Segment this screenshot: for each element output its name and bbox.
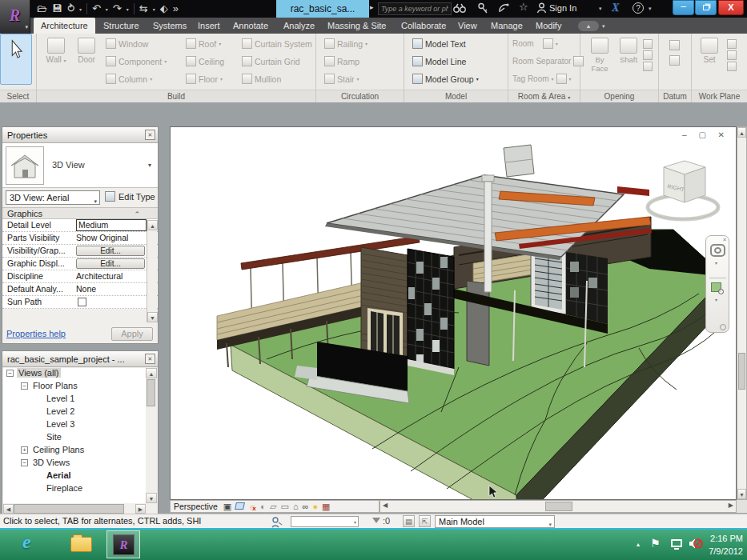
aligned-dimension-icon[interactable]: ⇆ xyxy=(139,2,148,15)
crop-region-icon[interactable]: ▭ xyxy=(280,502,288,512)
tree-item-level-1[interactable]: Level 1 xyxy=(3,394,146,406)
project-browser-close-icon[interactable]: ✕ xyxy=(145,354,155,364)
scroll-down-icon[interactable]: ▼ xyxy=(147,312,158,322)
scroll-right-icon[interactable]: ▶ xyxy=(729,502,733,509)
property-row[interactable]: Visibility/Grap...Edit... xyxy=(2,245,158,258)
editable-only-icon[interactable]: ▤ xyxy=(403,515,415,527)
wall-opening-icon[interactable] xyxy=(643,39,653,49)
minimize-button[interactable]: – xyxy=(673,0,694,15)
filter-icon[interactable] xyxy=(372,518,380,523)
by-face-button[interactable]: By Face xyxy=(587,38,612,73)
type-preview[interactable]: 3D View ▾ xyxy=(2,143,158,188)
property-row[interactable]: Detail LevelMedium xyxy=(2,219,158,232)
ribbon-state-caret-icon[interactable]: ▾ xyxy=(602,23,605,30)
lock-view-icon[interactable]: ⌂ xyxy=(293,502,299,512)
scroll-thumb[interactable] xyxy=(14,504,124,514)
internet-explorer-icon[interactable]: e xyxy=(22,531,31,553)
property-row[interactable]: Sun Path xyxy=(2,296,158,309)
room-button[interactable]: Room▾ xyxy=(512,38,558,49)
dormer-opening-icon[interactable] xyxy=(643,62,653,71)
collapse-icon[interactable]: − xyxy=(6,370,14,377)
scroll-down-icon[interactable]: ▼ xyxy=(146,493,157,503)
wheel-caret-icon[interactable]: ▾ xyxy=(715,260,717,266)
modify-button[interactable]: Modify xyxy=(0,34,32,85)
model-text-button[interactable]: Model Text xyxy=(412,38,466,49)
sun-path-checkbox[interactable] xyxy=(78,298,86,306)
tab-massing-site[interactable]: Massing & Site xyxy=(320,18,393,34)
undo-icon[interactable]: ↶ xyxy=(92,2,101,15)
ribbon-state-toggle[interactable]: ▲ xyxy=(578,21,599,31)
project-browser-title-bar[interactable]: rac_basic_sample_project - ... ✕ xyxy=(2,351,158,367)
reveal-hidden-icon[interactable]: ● xyxy=(312,502,318,512)
properties-title-bar[interactable]: Properties ✕ xyxy=(2,127,158,143)
communication-center-icon[interactable] xyxy=(498,2,511,14)
railing-button[interactable]: Railing▾ xyxy=(324,38,367,49)
panel-label-room-area[interactable]: Room & Area ▾ xyxy=(508,90,580,102)
browser-hscrollbar[interactable]: ◀ ▶ xyxy=(3,503,146,514)
open-icon[interactable]: 🗁︎ xyxy=(37,2,47,15)
sync-caret-icon[interactable]: ▾ xyxy=(79,6,82,12)
type-selector-combo[interactable]: 3D View: Aerial▾ xyxy=(6,190,100,205)
grid-icon[interactable] xyxy=(669,55,680,66)
mullion-button[interactable]: Mullion xyxy=(242,74,281,84)
show-work-plane-icon[interactable] xyxy=(727,39,737,49)
navbar-close-icon[interactable]: ✕ xyxy=(722,237,727,243)
tab-collaborate[interactable]: Collaborate xyxy=(394,18,453,34)
floor-button[interactable]: Floor▾ xyxy=(186,74,223,84)
window-button[interactable]: Window xyxy=(106,38,148,49)
type-dropdown-icon[interactable]: ▾ xyxy=(148,162,151,169)
tab-architecture[interactable]: Architecture xyxy=(34,18,95,34)
wall-button[interactable]: Wall ▾ xyxy=(43,38,69,64)
help-icon[interactable]: ? xyxy=(633,2,644,14)
curtain-grid-button[interactable]: Curtain Grid xyxy=(242,56,300,66)
collapse-icon[interactable]: − xyxy=(21,382,28,390)
view-canvas[interactable]: RIGHT – ▢ ✕ ✕ ▾ ▾ xyxy=(170,126,737,500)
shaft-button[interactable]: Shaft xyxy=(616,38,641,64)
model-line-button[interactable]: Model Line xyxy=(412,56,466,66)
favorites-star-icon[interactable]: ☆ xyxy=(519,1,528,13)
sun-path-icon[interactable]: ☼x xyxy=(248,502,256,512)
tree-item-fireplace[interactable]: Fireplace xyxy=(3,483,146,496)
scroll-thumb[interactable] xyxy=(738,353,745,390)
restore-button[interactable] xyxy=(695,0,717,15)
vertical-opening-icon[interactable] xyxy=(643,50,653,60)
design-options-combo[interactable]: Main Model▾ xyxy=(435,515,555,528)
tab-annotate[interactable]: Annotate xyxy=(226,18,275,34)
tab-systems[interactable]: Systems xyxy=(146,18,194,34)
application-menu-button[interactable]: R ▾ xyxy=(0,0,30,34)
properties-scrollbar[interactable]: ▲ ▼ xyxy=(147,220,157,322)
viewport-hscrollbar[interactable]: ◀ ▶ xyxy=(380,500,737,513)
tab-manage[interactable]: Manage xyxy=(484,18,530,34)
model-group-button[interactable]: Model Group▾ xyxy=(412,74,479,84)
door-button[interactable]: Door xyxy=(74,38,99,64)
tab-analyze[interactable]: Analyze xyxy=(276,18,322,34)
sign-in-button[interactable]: Sign In xyxy=(549,3,576,13)
view-window-controls[interactable]: – ▢ ✕ xyxy=(682,130,729,139)
crop-view-icon[interactable]: ▱ xyxy=(270,502,276,512)
temporary-hide-isolate-icon[interactable]: ∞ xyxy=(303,502,309,512)
status-dropdown[interactable]: ▾ xyxy=(291,516,359,527)
tree-item-level-2[interactable]: Level 2 xyxy=(3,406,146,419)
scroll-left-icon[interactable]: ◀ xyxy=(383,502,388,509)
search-input[interactable] xyxy=(378,2,452,15)
graphic-display-edit-button[interactable]: Edit... xyxy=(76,258,145,269)
viewport-vscrollbar[interactable]: ▲ ▼ xyxy=(737,126,747,500)
collapse-icon[interactable]: − xyxy=(21,459,28,466)
sign-in-caret-icon[interactable]: ▾ xyxy=(599,6,602,12)
sign-in-person-icon[interactable] xyxy=(536,2,547,14)
properties-close-icon[interactable]: ✕ xyxy=(145,130,155,140)
help-caret-icon[interactable]: ▾ xyxy=(649,6,652,12)
level-icon[interactable] xyxy=(669,40,680,50)
action-center-flag-icon[interactable]: ⚑ xyxy=(650,537,661,550)
scroll-right-icon[interactable]: ▶ xyxy=(135,504,146,514)
revit-taskbar-button[interactable]: R xyxy=(106,530,140,558)
press-drag-icon[interactable]: ⇱ xyxy=(419,515,431,527)
clock[interactable]: 2:16 PM 7/9/2012 xyxy=(698,532,743,558)
close-button[interactable]: X xyxy=(718,0,744,15)
tree-item-level-3[interactable]: Level 3 xyxy=(3,419,146,432)
show-hidden-icons-icon[interactable]: ▴ xyxy=(637,541,640,548)
search-binoculars-icon[interactable] xyxy=(453,2,466,14)
room-separator-button[interactable]: Room Separator xyxy=(512,56,584,66)
tag-room-button[interactable]: Tag Room▾▾ xyxy=(512,74,572,84)
key-icon[interactable] xyxy=(477,2,488,14)
